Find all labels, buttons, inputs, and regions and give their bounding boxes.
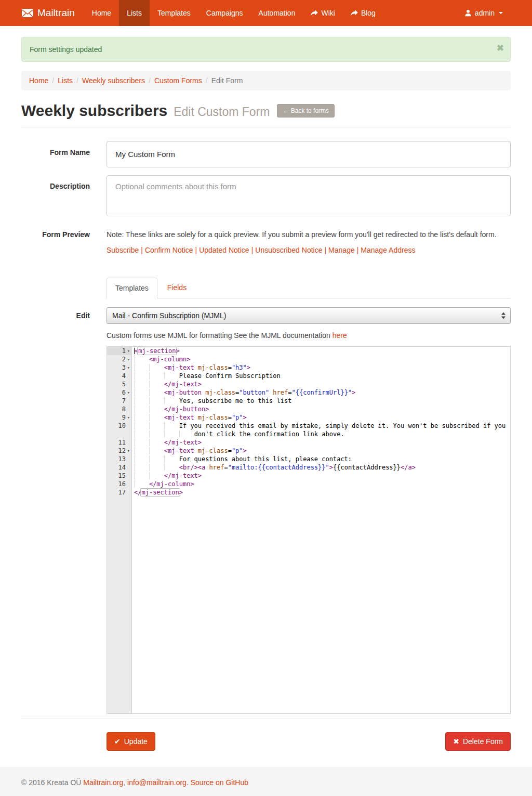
footer: © 2016 Kreata OÜ Mailtrain.org, info@mai…: [0, 767, 532, 796]
editor-line[interactable]: 15 </mj-text>: [107, 472, 510, 480]
preview-link-confirm-notice[interactable]: Confirm Notice: [145, 246, 193, 254]
editor-line[interactable]: 12▾ <mj-text mj-class="p">: [107, 447, 510, 455]
line-number: 11: [118, 438, 126, 447]
divider: [21, 127, 511, 127]
description-textarea[interactable]: [107, 175, 511, 216]
editor-line[interactable]: 8 </mj-button>: [107, 405, 510, 413]
editor-line[interactable]: 3▾ <mj-text mj-class="h3">: [107, 363, 510, 372]
brand-logo[interactable]: Mailtrain: [21, 0, 84, 26]
editor-line[interactable]: 7 Yes, subscribe me to this list: [107, 397, 510, 405]
mjml-doc-link[interactable]: here: [332, 331, 347, 340]
nav-item-wiki[interactable]: Wiki: [303, 0, 342, 26]
editor-gutter-cell: 16: [107, 480, 132, 488]
footer-sep: ,: [123, 778, 127, 787]
editor-line[interactable]: 9▾ <mj-text mj-class="p">: [107, 413, 510, 422]
line-number: 10: [118, 422, 126, 430]
line-number: 9: [122, 413, 126, 422]
breadcrumb-link-weekly-subscribers[interactable]: Weekly subscribers: [82, 76, 145, 85]
breadcrumb-separator: /: [202, 76, 211, 85]
preview-link-subscribe[interactable]: Subscribe: [107, 246, 139, 254]
code-line-text: <br/><a href="mailto:{{contactAddress}}"…: [132, 463, 416, 472]
nav-item-home[interactable]: Home: [84, 0, 119, 26]
editor-gutter-cell: 11: [107, 438, 132, 447]
line-number: 2: [122, 355, 126, 363]
line-number: 15: [118, 472, 126, 480]
line-number: 5: [122, 380, 126, 388]
code-line-text: Please Confirm Subscription: [132, 372, 281, 380]
mjml-help: Custom forms use MJML for formatting See…: [107, 331, 511, 340]
editor-line[interactable]: 4 Please Confirm Subscription: [107, 372, 510, 380]
breadcrumb-link-home[interactable]: Home: [29, 76, 48, 85]
preview-link-unsubscribed-notice[interactable]: Unsubscribed Notice: [255, 246, 322, 254]
nav-item-lists[interactable]: Lists: [119, 0, 150, 26]
fold-arrow-icon[interactable]: ▾: [126, 447, 131, 455]
breadcrumb-link-custom-forms[interactable]: Custom Forms: [154, 76, 202, 85]
nav-item-campaigns[interactable]: Campaigns: [198, 0, 251, 26]
editor-line[interactable]: 2▾ <mj-column>: [107, 355, 510, 363]
preview-links: Subscribe|Confirm Notice|Updated Notice|…: [107, 246, 511, 254]
fold-arrow-icon[interactable]: ▾: [126, 363, 131, 372]
fold-arrow-icon[interactable]: ▾: [126, 355, 131, 363]
editor-line[interactable]: 10 If you received this email by mistake…: [107, 422, 510, 430]
preview-link-separator: |: [193, 246, 200, 254]
fold-arrow-icon[interactable]: ▾: [126, 413, 131, 422]
back-arrow-icon: ←: [283, 107, 289, 114]
editor-gutter-cell: 9▾: [107, 413, 132, 422]
nav-item-blog[interactable]: Blog: [343, 0, 383, 26]
preview-link-manage[interactable]: Manage: [328, 246, 355, 254]
footer-site-link[interactable]: Mailtrain.org: [83, 778, 123, 787]
breadcrumb-separator: /: [73, 76, 82, 85]
form-name-input[interactable]: [107, 141, 511, 167]
footer-github-link[interactable]: Source on GitHub: [191, 778, 248, 787]
back-label: Back to forms: [291, 107, 329, 114]
template-select-value: Mail - Confirm Subscription (MJML): [112, 311, 226, 320]
line-number: 17: [118, 488, 126, 497]
code-line-text: </mj-text>: [132, 380, 202, 388]
breadcrumb: Home/Lists/Weekly subscribers/Custom For…: [21, 71, 511, 90]
editor-line[interactable]: 17</mj-section>: [107, 488, 510, 497]
preview-link-manage-address[interactable]: Manage Address: [361, 246, 415, 254]
editor-line[interactable]: 6▾ <mj-button mj-class="button" href="{{…: [107, 388, 510, 397]
editor-line[interactable]: don't click the confirmation link above.: [107, 430, 510, 438]
nav-item-automation[interactable]: Automation: [251, 0, 303, 26]
tab-bar: Templates Fields: [107, 278, 511, 298]
fold-arrow-icon[interactable]: ▾: [126, 388, 131, 397]
editor-line[interactable]: 11 </mj-text>: [107, 438, 510, 447]
line-number: 13: [118, 455, 126, 463]
template-select[interactable]: Mail - Confirm Subscription (MJML): [107, 307, 511, 324]
line-number: 3: [122, 363, 126, 372]
editor-line[interactable]: 16 </mj-column>: [107, 480, 510, 488]
preview-link-separator: |: [139, 246, 145, 254]
alert-text: Form settings updated: [30, 45, 102, 54]
form-name-label: Form Name: [21, 141, 90, 167]
tab-templates[interactable]: Templates: [107, 278, 157, 298]
nav-item-templates[interactable]: Templates: [150, 0, 198, 26]
code-editor[interactable]: 1▾<mj-section>2▾ <mj-column>3▾ <mj-text …: [107, 346, 511, 714]
form-preview-label: Form Preview: [21, 229, 90, 254]
tab-fields[interactable]: Fields: [159, 278, 195, 298]
editor-line[interactable]: 14 <br/><a href="mailto:{{contactAddress…: [107, 463, 510, 472]
update-button[interactable]: ✔ Update: [107, 732, 155, 751]
footer-email-link[interactable]: info@mailtrain.org: [127, 778, 187, 787]
code-line-text: </mj-text>: [132, 472, 202, 480]
editor-gutter-cell: 2▾: [107, 355, 132, 363]
chevron-down-icon: [499, 12, 503, 14]
preview-note: Note: These links are solely for a quick…: [107, 229, 511, 239]
user-menu[interactable]: admin: [457, 0, 511, 26]
preview-link-updated-notice[interactable]: Updated Notice: [199, 246, 249, 254]
editor-gutter-cell: 7: [107, 397, 132, 405]
breadcrumb-link-lists[interactable]: Lists: [58, 76, 73, 85]
editor-line[interactable]: 5 </mj-text>: [107, 380, 510, 388]
delete-form-button[interactable]: ✖ Delete Form: [445, 732, 511, 751]
editor-line[interactable]: 1▾<mj-section>: [107, 347, 510, 355]
editor-line[interactable]: 13 For questions about this list, please…: [107, 455, 510, 463]
editor-gutter-cell: 5: [107, 380, 132, 388]
fold-arrow-icon[interactable]: ▾: [126, 347, 131, 355]
user-icon: [464, 9, 472, 17]
update-label: Update: [124, 737, 148, 746]
back-to-forms-button[interactable]: ← Back to forms: [277, 104, 335, 118]
breadcrumb-current: Edit Form: [211, 76, 243, 85]
close-icon[interactable]: ✖: [497, 44, 504, 53]
code-line-text: <mj-text mj-class="h3">: [132, 363, 250, 372]
page-subtitle: Edit Custom Form: [174, 105, 270, 119]
